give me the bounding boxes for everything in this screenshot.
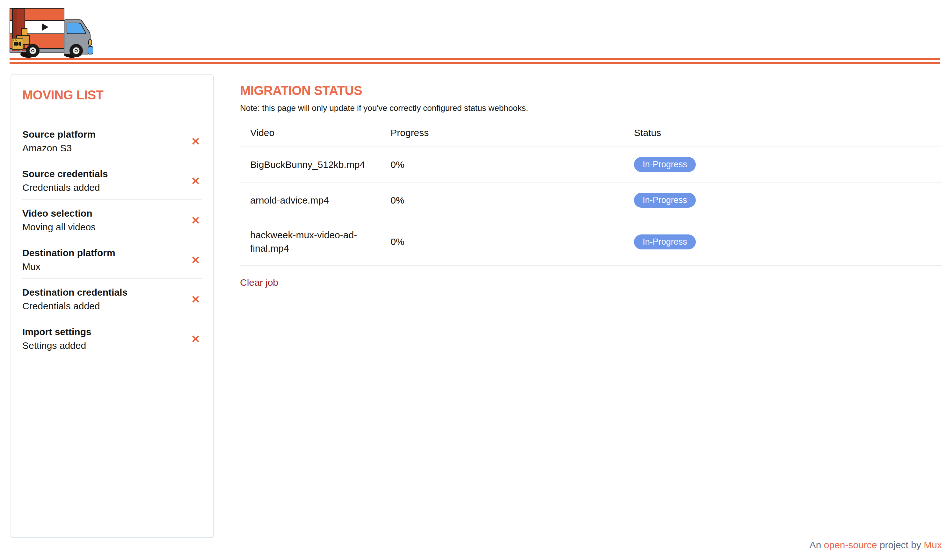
remove-import-settings-button[interactable]: ✕ xyxy=(190,334,202,345)
list-item-text: Video selection Moving all videos xyxy=(22,208,96,233)
x-icon: ✕ xyxy=(191,254,200,266)
footer-text-middle: project by xyxy=(880,540,921,550)
table-header-row: Video Progress Status xyxy=(240,128,942,147)
item-value: Moving all videos xyxy=(22,221,96,233)
list-item-text: Import settings Settings added xyxy=(22,326,91,352)
list-item-import-settings: Import settings Settings added ✕ xyxy=(22,318,202,357)
moving-truck-logo-icon xyxy=(9,8,93,59)
item-value: Credentials added xyxy=(22,300,128,312)
table-row: BigBuckBunny_512kb.mp4 0% In-Progress xyxy=(240,147,942,183)
clear-job-link[interactable]: Clear job xyxy=(240,277,278,288)
item-label: Destination credentials xyxy=(22,286,128,298)
column-header-progress: Progress xyxy=(380,128,624,147)
divider-line-top xyxy=(9,58,940,60)
column-header-video: Video xyxy=(240,128,380,147)
table-row: arnold-advice.mp4 0% In-Progress xyxy=(240,183,942,218)
item-value: Amazon S3 xyxy=(22,142,96,154)
list-item-source-platform: Source platform Amazon S3 ✕ xyxy=(22,121,202,160)
progress-cell: 0% xyxy=(380,183,624,218)
footer-text-prefix: An xyxy=(810,540,821,550)
migration-table: Video Progress Status BigBuckBunny_512kb… xyxy=(240,128,942,266)
item-label: Import settings xyxy=(22,326,91,338)
remove-source-credentials-button[interactable]: ✕ xyxy=(190,175,202,186)
status-badge: In-Progress xyxy=(634,157,696,172)
list-item-destination-credentials: Destination credentials Credentials adde… xyxy=(22,279,202,318)
progress-cell: 0% xyxy=(380,218,624,266)
migration-status-title: MIGRATION STATUS xyxy=(240,83,942,98)
divider-line-bottom xyxy=(9,62,940,65)
item-label: Source credentials xyxy=(22,168,108,180)
webhook-note: Note: this page will only update if you'… xyxy=(240,103,942,114)
item-label: Source platform xyxy=(22,128,96,140)
x-icon: ✕ xyxy=(191,214,200,226)
table-row: hackweek-mux-video-ad-final.mp4 0% In-Pr… xyxy=(240,218,942,266)
item-label: Video selection xyxy=(22,208,96,220)
remove-destination-credentials-button[interactable]: ✕ xyxy=(190,294,202,305)
item-label: Destination platform xyxy=(22,247,116,259)
open-source-link[interactable]: open-source xyxy=(824,540,877,550)
item-value: Credentials added xyxy=(22,182,108,194)
list-item-destination-platform: Destination platform Mux ✕ xyxy=(22,239,202,279)
moving-list-card: MOVING LIST Source platform Amazon S3 ✕ … xyxy=(11,74,214,538)
status-cell: In-Progress xyxy=(624,218,942,266)
item-value: Settings added xyxy=(22,340,91,352)
migration-status-section: MIGRATION STATUS Note: this page will on… xyxy=(240,83,942,288)
status-cell: In-Progress xyxy=(624,183,942,218)
x-icon: ✕ xyxy=(191,293,200,306)
x-icon: ✕ xyxy=(191,175,200,187)
moving-list-title: MOVING LIST xyxy=(22,88,202,102)
video-name-cell: arnold-advice.mp4 xyxy=(240,183,380,218)
remove-source-platform-button[interactable]: ✕ xyxy=(190,136,202,147)
status-badge: In-Progress xyxy=(634,193,696,208)
remove-destination-platform-button[interactable]: ✕ xyxy=(190,254,202,265)
column-header-status: Status xyxy=(624,128,942,147)
status-badge: In-Progress xyxy=(634,234,696,249)
footer: An open-source project by Mux xyxy=(810,540,942,551)
item-value: Mux xyxy=(22,261,116,273)
video-name-cell: BigBuckBunny_512kb.mp4 xyxy=(240,147,380,183)
list-item-source-credentials: Source credentials Credentials added ✕ xyxy=(22,160,202,200)
status-cell: In-Progress xyxy=(624,147,942,183)
list-item-text: Destination credentials Credentials adde… xyxy=(22,286,128,312)
list-item-text: Destination platform Mux xyxy=(22,247,116,273)
x-icon: ✕ xyxy=(191,135,200,148)
progress-cell: 0% xyxy=(380,147,624,183)
list-item-video-selection: Video selection Moving all videos ✕ xyxy=(22,200,202,239)
list-item-text: Source credentials Credentials added xyxy=(22,168,108,194)
mux-link[interactable]: Mux xyxy=(924,540,942,550)
list-item-text: Source platform Amazon S3 xyxy=(22,128,96,154)
x-icon: ✕ xyxy=(191,333,200,345)
remove-video-selection-button[interactable]: ✕ xyxy=(190,215,202,226)
video-name-cell: hackweek-mux-video-ad-final.mp4 xyxy=(240,218,380,266)
